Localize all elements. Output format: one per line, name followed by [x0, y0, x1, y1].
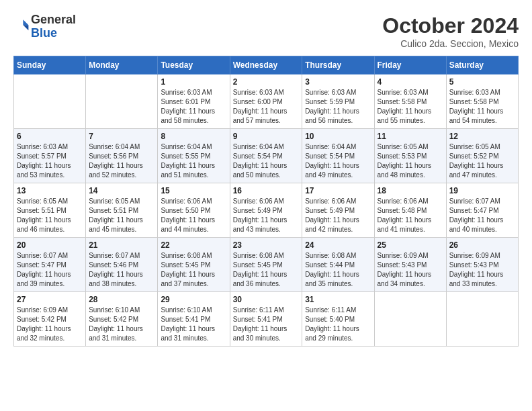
day-number: 13	[17, 186, 83, 195]
day-number: 24	[305, 240, 371, 250]
day-info: Sunrise: 6:09 AM Sunset: 5:42 PM Dayligh…	[17, 306, 83, 343]
day-cell: 4Sunrise: 6:03 AM Sunset: 5:58 PM Daylig…	[374, 75, 446, 129]
day-info: Sunrise: 6:05 AM Sunset: 5:51 PM Dayligh…	[17, 197, 83, 234]
day-number: 15	[161, 186, 226, 195]
day-number: 11	[378, 132, 443, 141]
day-number: 17	[305, 186, 371, 195]
day-cell: 12Sunrise: 6:05 AM Sunset: 5:52 PM Dayli…	[446, 129, 518, 183]
day-info: Sunrise: 6:03 AM Sunset: 5:59 PM Dayligh…	[305, 88, 371, 126]
day-info: Sunrise: 6:07 AM Sunset: 5:47 PM Dayligh…	[449, 197, 515, 234]
day-number: 7	[89, 132, 154, 141]
day-cell: 1Sunrise: 6:03 AM Sunset: 6:01 PM Daylig…	[158, 75, 230, 129]
day-info: Sunrise: 6:08 AM Sunset: 5:45 PM Dayligh…	[233, 251, 300, 289]
logo-icon	[13, 17, 30, 34]
day-cell: 24Sunrise: 6:08 AM Sunset: 5:44 PM Dayli…	[302, 238, 374, 292]
day-cell: 26Sunrise: 6:09 AM Sunset: 5:43 PM Dayli…	[446, 238, 518, 292]
day-number: 22	[161, 240, 226, 250]
week-row-2: 6Sunrise: 6:03 AM Sunset: 5:57 PM Daylig…	[14, 129, 519, 183]
logo-general: General	[31, 13, 76, 27]
day-cell: 15Sunrise: 6:06 AM Sunset: 5:50 PM Dayli…	[158, 183, 230, 238]
day-info: Sunrise: 6:06 AM Sunset: 5:48 PM Dayligh…	[378, 197, 443, 234]
day-info: Sunrise: 6:07 AM Sunset: 5:47 PM Dayligh…	[17, 251, 83, 289]
logo: General Blue	[13, 13, 76, 40]
day-number: 3	[305, 77, 371, 87]
weekday-header-tuesday: Tuesday	[158, 56, 230, 75]
day-cell: 8Sunrise: 6:04 AM Sunset: 5:55 PM Daylig…	[158, 129, 230, 183]
day-info: Sunrise: 6:05 AM Sunset: 5:53 PM Dayligh…	[378, 142, 443, 180]
day-info: Sunrise: 6:03 AM Sunset: 5:58 PM Dayligh…	[449, 88, 515, 126]
day-cell: 27Sunrise: 6:09 AM Sunset: 5:42 PM Dayli…	[14, 292, 86, 347]
day-number: 30	[233, 295, 300, 304]
day-cell: 22Sunrise: 6:08 AM Sunset: 5:45 PM Dayli…	[158, 238, 230, 292]
day-cell: 20Sunrise: 6:07 AM Sunset: 5:47 PM Dayli…	[14, 238, 86, 292]
day-info: Sunrise: 6:11 AM Sunset: 5:40 PM Dayligh…	[305, 306, 371, 343]
day-cell: 9Sunrise: 6:04 AM Sunset: 5:54 PM Daylig…	[230, 129, 302, 183]
title-block: October 2024 Culico 2da. Seccion, Mexico	[382, 13, 519, 49]
svg-marker-0	[23, 19, 28, 25]
day-number: 25	[378, 240, 443, 250]
weekday-header-sunday: Sunday	[14, 56, 86, 75]
day-number: 10	[305, 132, 371, 141]
weekday-header-friday: Friday	[374, 56, 446, 75]
day-cell: 13Sunrise: 6:05 AM Sunset: 5:51 PM Dayli…	[14, 183, 86, 238]
day-number: 29	[161, 295, 226, 304]
day-cell: 7Sunrise: 6:04 AM Sunset: 5:56 PM Daylig…	[86, 129, 158, 183]
day-info: Sunrise: 6:08 AM Sunset: 5:44 PM Dayligh…	[305, 251, 371, 289]
day-info: Sunrise: 6:09 AM Sunset: 5:43 PM Dayligh…	[378, 251, 443, 289]
day-number: 26	[449, 240, 515, 250]
day-number: 8	[161, 132, 226, 141]
day-number: 5	[449, 77, 515, 87]
logo-blue: Blue	[31, 27, 76, 40]
day-number: 1	[161, 77, 226, 87]
day-info: Sunrise: 6:03 AM Sunset: 6:00 PM Dayligh…	[233, 88, 300, 126]
day-cell	[86, 75, 158, 129]
day-info: Sunrise: 6:07 AM Sunset: 5:46 PM Dayligh…	[89, 251, 154, 289]
day-number: 28	[89, 295, 154, 304]
day-number: 20	[17, 240, 83, 250]
day-cell: 25Sunrise: 6:09 AM Sunset: 5:43 PM Dayli…	[374, 238, 446, 292]
day-cell: 21Sunrise: 6:07 AM Sunset: 5:46 PM Dayli…	[86, 238, 158, 292]
day-info: Sunrise: 6:06 AM Sunset: 5:50 PM Dayligh…	[161, 197, 226, 234]
day-info: Sunrise: 6:03 AM Sunset: 5:58 PM Dayligh…	[378, 88, 443, 126]
day-info: Sunrise: 6:11 AM Sunset: 5:41 PM Dayligh…	[233, 306, 300, 343]
day-info: Sunrise: 6:06 AM Sunset: 5:49 PM Dayligh…	[233, 197, 300, 234]
day-cell: 14Sunrise: 6:05 AM Sunset: 5:51 PM Dayli…	[86, 183, 158, 238]
day-cell: 29Sunrise: 6:10 AM Sunset: 5:41 PM Dayli…	[158, 292, 230, 347]
day-info: Sunrise: 6:03 AM Sunset: 5:57 PM Dayligh…	[17, 142, 83, 180]
month-title: October 2024	[382, 13, 519, 38]
page-header: General Blue October 2024 Culico 2da. Se…	[13, 13, 519, 49]
day-info: Sunrise: 6:04 AM Sunset: 5:55 PM Dayligh…	[161, 142, 226, 180]
day-cell: 31Sunrise: 6:11 AM Sunset: 5:40 PM Dayli…	[302, 292, 374, 347]
location: Culico 2da. Seccion, Mexico	[382, 38, 519, 49]
day-cell: 2Sunrise: 6:03 AM Sunset: 6:00 PM Daylig…	[230, 75, 302, 129]
day-cell: 18Sunrise: 6:06 AM Sunset: 5:48 PM Dayli…	[374, 183, 446, 238]
day-number: 6	[17, 132, 83, 141]
day-cell: 30Sunrise: 6:11 AM Sunset: 5:41 PM Dayli…	[230, 292, 302, 347]
day-info: Sunrise: 6:10 AM Sunset: 5:41 PM Dayligh…	[161, 306, 226, 343]
day-number: 21	[89, 240, 154, 250]
day-info: Sunrise: 6:04 AM Sunset: 5:54 PM Dayligh…	[305, 142, 371, 180]
day-cell: 5Sunrise: 6:03 AM Sunset: 5:58 PM Daylig…	[446, 75, 518, 129]
day-info: Sunrise: 6:05 AM Sunset: 5:51 PM Dayligh…	[89, 197, 154, 234]
day-cell: 19Sunrise: 6:07 AM Sunset: 5:47 PM Dayli…	[446, 183, 518, 238]
day-cell: 28Sunrise: 6:10 AM Sunset: 5:42 PM Dayli…	[86, 292, 158, 347]
weekday-header-thursday: Thursday	[302, 56, 374, 75]
day-number: 31	[305, 295, 371, 304]
weekday-header-wednesday: Wednesday	[230, 56, 302, 75]
day-info: Sunrise: 6:03 AM Sunset: 6:01 PM Dayligh…	[161, 88, 226, 126]
svg-marker-1	[23, 25, 28, 30]
day-cell: 10Sunrise: 6:04 AM Sunset: 5:54 PM Dayli…	[302, 129, 374, 183]
day-number: 2	[233, 77, 300, 87]
day-number: 19	[449, 186, 515, 195]
day-cell: 23Sunrise: 6:08 AM Sunset: 5:45 PM Dayli…	[230, 238, 302, 292]
weekday-header-row: SundayMondayTuesdayWednesdayThursdayFrid…	[14, 56, 519, 75]
week-row-3: 13Sunrise: 6:05 AM Sunset: 5:51 PM Dayli…	[14, 183, 519, 238]
calendar: SundayMondayTuesdayWednesdayThursdayFrid…	[13, 56, 519, 347]
day-cell	[374, 292, 446, 347]
day-cell	[14, 75, 86, 129]
weekday-header-monday: Monday	[86, 56, 158, 75]
day-info: Sunrise: 6:05 AM Sunset: 5:52 PM Dayligh…	[449, 142, 515, 180]
day-number: 14	[89, 186, 154, 195]
day-cell	[446, 292, 518, 347]
weekday-header-saturday: Saturday	[446, 56, 518, 75]
